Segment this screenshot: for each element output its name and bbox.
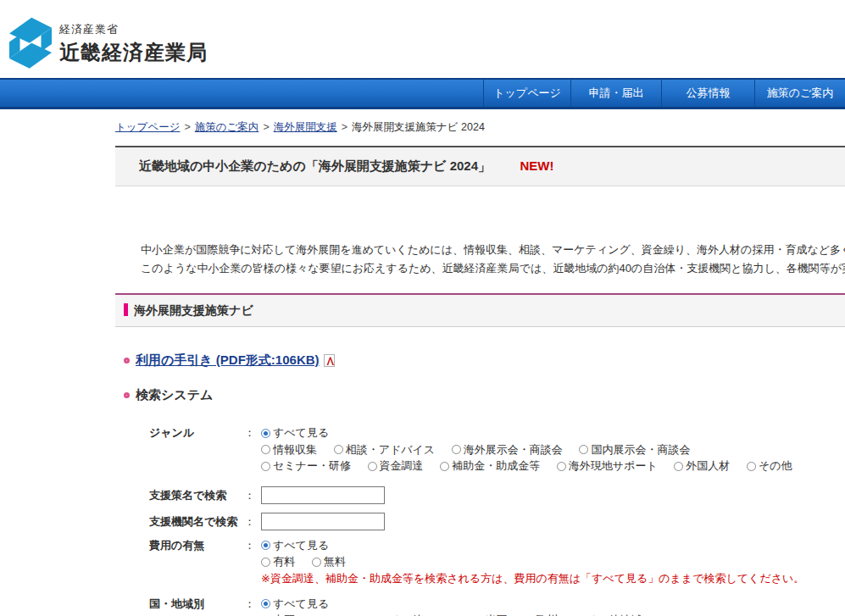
breadcrumb-separator: > [184,121,190,133]
radio-option-cost-paid: 有料 [261,554,295,569]
search-form: ジャンル ： すべて見る 情報収集 相談・アドバイス 海外展示会・商談会 国内展… [115,425,845,616]
intro-line-2: このような中小企業の皆様の様々な要望にお応えするため、近畿経済産業局では、近畿地… [141,259,845,278]
policy-name-input[interactable] [261,486,385,504]
region-line-2: 中国 ASEAN その他アジア 米国 欧州 その他地域 [261,613,845,616]
radio-label: 有料 [273,554,295,569]
radio-option-genre-consult: 相談・アドバイス [334,442,436,458]
radio-option-genre-all: すべて見る [261,425,329,441]
genre-line-2: 情報収集 相談・アドバイス 海外展示会・商談会 国内展示会・商談会 [261,442,845,459]
region-row: 国・地域別 ： すべて見る 中国 ASEAN その他アジア 米国 欧州 その他地… [149,597,845,616]
genre-options: すべて見る 情報収集 相談・アドバイス 海外展示会・商談会 国内展示会・商談会 … [261,425,845,475]
pdf-icon[interactable] [324,354,335,367]
org-name-search-row: 支援機関名で検索 ： [149,512,845,531]
circle-bullet-icon [124,392,130,398]
radio-option-region-asean: ASEAN [312,613,361,616]
cost-line-1: すべて見る [261,538,845,555]
policy-name-control [261,486,845,504]
breadcrumb-separator: > [263,121,269,133]
org-name-label: 支援機関名で検索 [149,512,244,531]
radio-button[interactable] [747,462,756,471]
radio-option-genre-domestic-expo: 国内展示会・商談会 [579,442,690,458]
genre-label: ジャンル [149,425,244,475]
cost-options: すべて見る 有料 無料 ※資金調達、補助金・助成金等を検索される方は、費用の有無… [261,538,845,586]
nav-item-measures-guide[interactable]: 施策のご案内 [754,80,845,107]
radio-option-genre-info: 情報収集 [261,442,317,458]
nav-item-top-page[interactable]: トップページ [483,80,570,107]
radio-option-cost-all: すべて見る [261,538,329,553]
org-name-input[interactable] [261,513,385,530]
radio-label: ASEAN [324,613,361,616]
radio-button[interactable] [557,462,566,471]
radio-button[interactable] [261,558,270,567]
radio-option-region-usa: 米国 [473,613,507,616]
radio-option-genre-other: その他 [747,458,792,474]
intro-line-1: 中小企業が国際競争に対応して海外展開を進めていくためには、情報収集、相談、マーケ… [141,241,845,259]
site-header: 経済産業省 近畿経済産業局 [0,0,845,78]
site-logo[interactable]: 経済産業省 近畿経済産業局 [7,10,208,69]
radio-label: セミナー・研修 [273,458,351,474]
genre-line-1: すべて見る [261,425,845,442]
radio-label: すべて見る [273,538,329,553]
region-line-1: すべて見る [261,597,845,613]
radio-label: 国内展示会・商談会 [591,442,690,458]
main-content: トップページ>施策のご案内>海外展開支援>海外展開支援施策ナビ 2024 近畿地… [115,120,845,616]
radio-label: 無料 [324,554,346,569]
radio-button[interactable] [440,462,449,471]
radio-label: 欧州 [536,613,558,616]
region-label: 国・地域別 [149,597,244,616]
radio-button[interactable] [312,558,321,567]
radio-button[interactable] [334,445,343,454]
radio-label: 相談・アドバイス [346,442,436,458]
breadcrumb-link-top[interactable]: トップページ [115,121,180,133]
genre-line-3: セミナー・研修 資金調達 補助金・助成金等 海外現地サポート 外国人材 その他 [261,458,845,475]
bureau-name: 近畿経済産業局 [59,39,208,66]
circle-bullet-icon [124,358,130,363]
radio-button[interactable] [674,462,683,471]
radio-button[interactable] [368,462,377,471]
radio-option-region-other-asia: その他アジア [377,613,457,616]
breadcrumb-link-measures[interactable]: 施策のご案内 [195,121,259,133]
radio-button[interactable] [261,429,270,438]
radio-button[interactable] [261,445,270,454]
colon: ： [244,425,261,475]
radio-label: 外国人材 [686,458,730,474]
radio-label: 米国 [485,613,507,616]
guide-pdf-link[interactable]: 利用の手引き (PDF形式:106KB) [136,352,320,369]
radio-label: その他 [759,458,792,474]
search-heading-row: 検索システム [115,387,845,403]
policy-name-search-row: 支援策名で検索 ： [149,486,845,505]
radio-label: 海外現地サポート [569,458,658,474]
intro-paragraph: 中小企業が国際競争に対応して海外展開を進めていくためには、情報収集、相談、マーケ… [115,241,845,278]
new-badge: NEW! [520,158,553,173]
radio-button[interactable] [579,445,588,454]
genre-row: ジャンル ： すべて見る 情報収集 相談・アドバイス 海外展示会・商談会 国内展… [149,425,845,475]
nav-item-application[interactable]: 申請・届出 [570,80,661,107]
radio-option-genre-overseas-expo: 海外展示会・商談会 [452,442,563,458]
page-title-box: 近畿地域の中小企業のための「海外展開支援施策ナビ 2024」 NEW! [115,146,845,186]
colon: ： [244,486,261,505]
policy-name-label: 支援策名で検索 [149,486,244,505]
radio-option-genre-local-support: 海外現地サポート [557,458,658,474]
breadcrumb: トップページ>施策のご案内>海外展開支援>海外展開支援施策ナビ 2024 [115,120,845,135]
region-options: すべて見る 中国 ASEAN その他アジア 米国 欧州 その他地域 [261,597,845,616]
radio-label: 情報収集 [273,442,317,458]
section-title: 海外展開支援施策ナビ [134,303,253,317]
colon: ： [244,597,261,616]
radio-label: 中国 [273,613,295,616]
radio-option-genre-foreign-hr: 外国人材 [674,458,730,474]
colon: ： [244,538,261,586]
radio-button[interactable] [452,445,461,454]
radio-option-region-other: その他地域 [575,613,642,616]
cost-line-2: 有料 無料 [261,554,845,571]
radio-option-region-all: すべて見る [261,597,329,612]
breadcrumb-link-overseas[interactable]: 海外展開支援 [274,121,337,133]
radio-button[interactable] [261,462,270,471]
radio-button[interactable] [261,599,270,608]
page-title: 近畿地域の中小企業のための「海外展開支援施策ナビ 2024」 [139,158,491,173]
radio-label: すべて見る [273,597,329,612]
radio-label: 海外展示会・商談会 [464,442,563,458]
radio-button[interactable] [261,541,270,550]
nav-item-public-offering[interactable]: 公募情報 [661,80,754,107]
org-name-control [261,513,845,530]
ministry-name: 経済産業省 [59,22,208,37]
